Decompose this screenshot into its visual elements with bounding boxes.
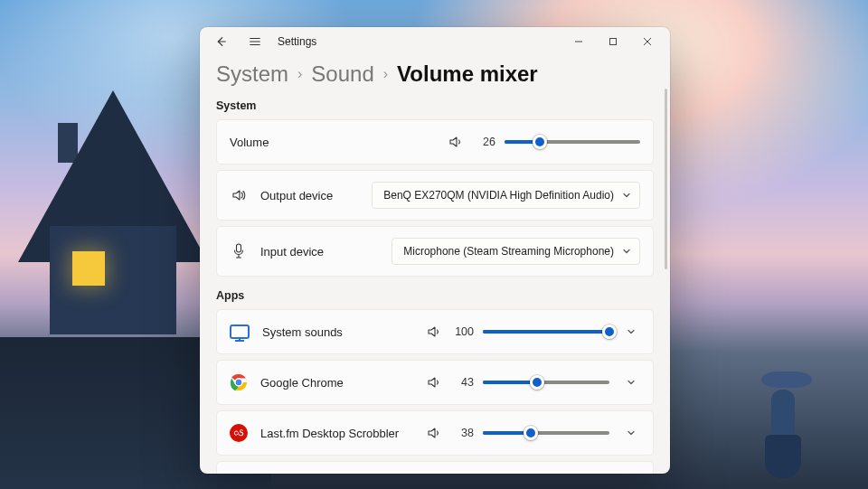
breadcrumb-current: Volume mixer xyxy=(397,61,538,87)
app-volume-value: 43 xyxy=(452,376,474,389)
minimize-button[interactable] xyxy=(561,29,596,54)
app-volume-value: 38 xyxy=(452,427,474,439)
app-name: Google Chrome xyxy=(260,376,344,390)
monitor-icon xyxy=(230,324,250,339)
titlebar: Settings xyxy=(200,27,670,56)
expand-button[interactable] xyxy=(622,428,640,437)
svg-rect-0 xyxy=(610,39,617,45)
breadcrumb-system[interactable]: System xyxy=(216,61,288,87)
close-icon xyxy=(643,37,652,46)
breadcrumb-sound[interactable]: Sound xyxy=(311,61,373,87)
svg-rect-1 xyxy=(237,244,241,252)
volume-label: Volume xyxy=(230,136,269,149)
wallpaper-figure xyxy=(761,371,805,480)
app-volume-value: 100 xyxy=(452,325,474,338)
chrome-icon xyxy=(230,373,248,391)
speaker-icon[interactable] xyxy=(425,426,443,440)
hamburger-icon xyxy=(249,35,261,48)
output-device-value: BenQ EX270QM (NVIDIA High Definition Aud… xyxy=(383,189,614,202)
system-volume-card: Volume 26 xyxy=(216,119,654,165)
minimize-icon xyxy=(574,37,583,46)
app-volume-slider[interactable] xyxy=(483,375,609,390)
arrow-left-icon xyxy=(214,35,227,48)
maximize-button[interactable] xyxy=(596,29,630,54)
app-row-lastfm: Last.fm Desktop Scrobbler38 xyxy=(216,410,654,456)
app-row-system-sounds: System sounds100 xyxy=(216,309,654,354)
maximize-icon xyxy=(609,37,618,46)
speaker-icon[interactable] xyxy=(425,324,443,339)
breadcrumb: System › Sound › Volume mixer xyxy=(216,61,654,87)
input-device-label: Input device xyxy=(260,245,324,259)
volume-slider[interactable] xyxy=(505,135,640,149)
app-name: System sounds xyxy=(262,325,343,339)
speaker-icon[interactable] xyxy=(447,135,465,149)
nav-menu-button[interactable] xyxy=(240,29,270,54)
speaker-icon[interactable] xyxy=(425,375,443,390)
output-device-label: Output device xyxy=(260,189,333,202)
chevron-right-icon: › xyxy=(383,66,388,82)
expand-button[interactable] xyxy=(622,327,640,336)
lastfm-icon xyxy=(230,424,248,442)
section-label-system: System xyxy=(216,99,654,112)
close-button[interactable] xyxy=(630,29,665,54)
app-name: Last.fm Desktop Scrobbler xyxy=(260,427,399,440)
settings-window: Settings System › Sound › Volume mixer xyxy=(200,27,670,474)
app-row-spotify: Spotify Music55 xyxy=(216,461,654,474)
desktop-wallpaper: Settings System › Sound › Volume mixer xyxy=(0,0,868,489)
app-volume-slider[interactable] xyxy=(483,324,609,339)
expand-button[interactable] xyxy=(622,378,640,387)
content-area: System › Sound › Volume mixer System Vol… xyxy=(200,56,670,474)
microphone-icon xyxy=(230,243,248,259)
scrollbar[interactable] xyxy=(665,89,667,269)
input-device-value: Microphone (Steam Streaming Microphone) xyxy=(403,245,614,258)
volume-value: 26 xyxy=(474,136,495,148)
app-volume-slider[interactable] xyxy=(483,426,609,440)
window-title: Settings xyxy=(278,35,316,48)
chevron-down-icon xyxy=(622,191,631,200)
chevron-down-icon xyxy=(622,247,631,256)
back-button[interactable] xyxy=(205,29,236,54)
input-device-select[interactable]: Microphone (Steam Streaming Microphone) xyxy=(392,238,640,265)
chevron-right-icon: › xyxy=(297,66,302,82)
input-device-card: Input device Microphone (Steam Streaming… xyxy=(216,226,654,277)
section-label-apps: Apps xyxy=(216,289,654,302)
output-device-select[interactable]: BenQ EX270QM (NVIDIA High Definition Aud… xyxy=(372,182,640,209)
speaker-loud-icon xyxy=(230,188,248,202)
app-row-chrome: Google Chrome43 xyxy=(216,360,654,405)
output-device-card: Output device BenQ EX270QM (NVIDIA High … xyxy=(216,170,654,221)
